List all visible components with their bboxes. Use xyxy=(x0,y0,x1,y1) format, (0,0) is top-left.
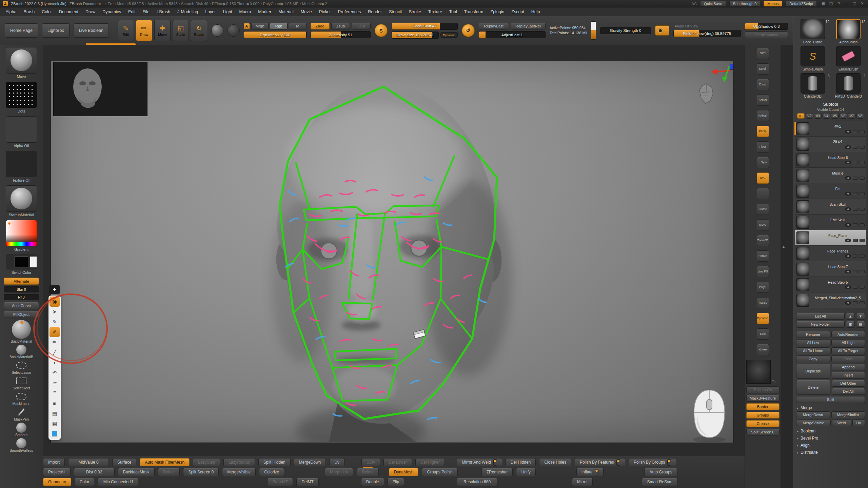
uv-icon[interactable] xyxy=(860,208,865,211)
menu-item[interactable]: Render xyxy=(364,7,386,16)
visibility-eye-icon[interactable] xyxy=(845,254,851,258)
menu-item[interactable]: Help xyxy=(528,7,544,16)
current-texture-thumb[interactable]: Texture Off xyxy=(4,151,38,182)
distribute-section-header[interactable]: ▸ Distribute xyxy=(797,450,864,455)
layout-icon[interactable]: ▦ xyxy=(820,1,826,6)
zadd-button[interactable]: Zadd xyxy=(311,23,330,29)
xyz-icon[interactable]: XYZ xyxy=(757,172,769,184)
mirror-button[interactable]: Mirror xyxy=(572,478,593,486)
smooth-brush-thumb[interactable]: Smooth xyxy=(3,423,40,437)
visibility-eye-icon[interactable] xyxy=(845,301,851,305)
slot-thumbnail[interactable] xyxy=(6,116,37,143)
transp-icon[interactable]: Transp xyxy=(757,297,769,308)
move-up-button[interactable]: ▲ xyxy=(846,313,855,320)
menu-item[interactable]: Dynamics xyxy=(99,7,125,16)
current-brush-thumb[interactable]: Move xyxy=(4,47,38,79)
tool-pm3d-cylinder3[interactable]: 2 PM3D_Cylinder3 xyxy=(832,73,865,98)
field-of-view-slider[interactable]: Field of view(deg) 39.59775 xyxy=(673,30,741,37)
blur-slider[interactable]: Blur 0 xyxy=(4,286,39,292)
gizmo-head-icon[interactable] xyxy=(697,82,715,105)
auto-groups-button[interactable]: Auto Groups xyxy=(644,468,677,476)
polypaint-icon[interactable] xyxy=(853,301,858,304)
flip-button[interactable]: Flip xyxy=(388,478,404,486)
menu-item[interactable]: Zplugin xyxy=(487,7,508,16)
mrgb-button[interactable]: Mrgb xyxy=(251,23,269,29)
subtool-version-tab[interactable]: V4 xyxy=(823,113,830,119)
Head Step-5[interactable]: Head Step-5 xyxy=(795,277,866,292)
menu-item[interactable]: File xyxy=(139,7,153,16)
visibility-eye-icon[interactable] xyxy=(845,161,851,164)
visibility-eye-icon[interactable] xyxy=(845,145,851,149)
gravity-strength-slider[interactable]: Gravity Strength 0 xyxy=(600,27,651,34)
uv-icon[interactable] xyxy=(860,286,865,289)
folder-add-icon[interactable]: ▣ xyxy=(846,321,855,328)
menu-item[interactable]: Texture xyxy=(425,7,446,16)
actual-icon[interactable]: Actual xyxy=(757,95,769,106)
mergevisible-button[interactable]: MergeVisible xyxy=(222,468,256,476)
delmt-button[interactable]: DelMT xyxy=(296,478,318,486)
mask-lasso-tool[interactable]: MaskLasso xyxy=(3,391,40,406)
Head Step-6[interactable]: Head Step-6 xyxy=(795,152,866,168)
menu-item[interactable]: Transform xyxy=(460,7,487,16)
tool-simple-brush[interactable]: SimpleBrush xyxy=(796,46,829,71)
dynamic-toggle[interactable]: Dynamic xyxy=(440,32,458,38)
del-lower-button[interactable]: Del Lower xyxy=(383,458,412,466)
local-sym-icon[interactable]: L.Sym xyxy=(757,157,769,168)
brush-preview-alt-icon[interactable] xyxy=(228,24,240,37)
menu-item[interactable]: Macro xyxy=(236,7,255,16)
polypaint-icon[interactable] xyxy=(853,270,858,273)
brush-preview-icon[interactable] xyxy=(211,24,223,37)
xpose-icon[interactable]: Xpose xyxy=(757,344,769,355)
duplicate-button[interactable]: Duplicate xyxy=(796,364,830,379)
tool-thumbnail[interactable] xyxy=(836,46,861,66)
sculpt-viewport[interactable] xyxy=(51,61,733,442)
basic-material-thumb[interactable]: BasicMaterial xyxy=(3,320,40,343)
align-section-header[interactable]: ▸ Align xyxy=(797,443,864,448)
brush-size-icon[interactable]: • xyxy=(50,358,60,368)
alternate-button[interactable]: Alternate xyxy=(4,278,39,285)
uv-icon[interactable] xyxy=(860,301,865,304)
boolean-section-header[interactable]: ▸ Boolean xyxy=(797,429,864,433)
replay-last-button[interactable]: ReplayLast xyxy=(479,23,509,29)
menu-item[interactable]: Tool xyxy=(446,7,460,16)
Head Step-7[interactable]: Head Step-7 xyxy=(795,261,866,277)
sdiv-slider[interactable]: SDiv xyxy=(361,458,380,466)
geometry-tab[interactable]: Geometry xyxy=(43,478,71,486)
subtool-version-tab[interactable]: V2 xyxy=(806,113,813,119)
draw-size-slider[interactable]: Draw Size 108.20541 xyxy=(392,32,439,39)
all-to-target-button[interactable]: All To Target xyxy=(831,347,865,354)
subtool-title[interactable]: Subtool xyxy=(795,102,866,107)
tool-face-plane[interactable]: 12 Face_Plane xyxy=(796,19,829,44)
backfacemask-button[interactable]: BackfaceMask xyxy=(118,468,155,476)
copy-button[interactable]: Copy xyxy=(796,355,830,362)
fillobject-button[interactable]: FillObject xyxy=(4,311,39,318)
subtool-version-tab[interactable]: V7 xyxy=(848,113,855,119)
annotation-toolbar-handle[interactable]: ✚ xyxy=(49,285,60,294)
uv-icon[interactable] xyxy=(860,270,865,273)
Scan Skull[interactable]: Scan Skull xyxy=(795,199,866,215)
close-icon[interactable]: ✕ xyxy=(859,1,865,6)
dynamic-persp-icon[interactable]: Dynamic xyxy=(757,313,769,324)
scroll-icon[interactable]: Scroll xyxy=(757,63,769,75)
slot-thumbnail[interactable] xyxy=(6,185,37,212)
polish-by-features-button[interactable]: Polish By Features xyxy=(575,458,625,466)
morph-uv-button[interactable]: Morph UV xyxy=(325,468,353,476)
uv-icon[interactable] xyxy=(860,239,865,242)
min-connected-slider[interactable]: Min Connected f xyxy=(98,478,138,486)
double-button[interactable]: Double xyxy=(361,478,384,486)
30강[interactable]: 30강 xyxy=(795,121,866,137)
polypaint-icon[interactable] xyxy=(853,177,858,180)
uv-button[interactable]: Uv xyxy=(329,458,344,466)
subtool-version-tab[interactable]: V3 xyxy=(814,113,822,119)
lightbox-button[interactable]: LightBox xyxy=(42,23,70,38)
tool-cylinder3d[interactable]: 3 Cylinder3D xyxy=(796,73,829,98)
paste-button[interactable]: Paste xyxy=(831,355,865,362)
delete-button[interactable]: Delete xyxy=(796,380,830,395)
axis-gizmo[interactable] xyxy=(708,63,733,84)
focal-shift-slider[interactable]: Focal Shift 47 xyxy=(392,23,458,30)
polypaint-icon[interactable] xyxy=(853,208,858,211)
dist-slider[interactable]: Dist 0.02 xyxy=(74,468,115,476)
surface-button[interactable]: Surface xyxy=(112,458,136,466)
highlighter-icon[interactable]: ✐ xyxy=(50,327,60,337)
storemt-button[interactable]: StoreMT xyxy=(267,478,293,486)
